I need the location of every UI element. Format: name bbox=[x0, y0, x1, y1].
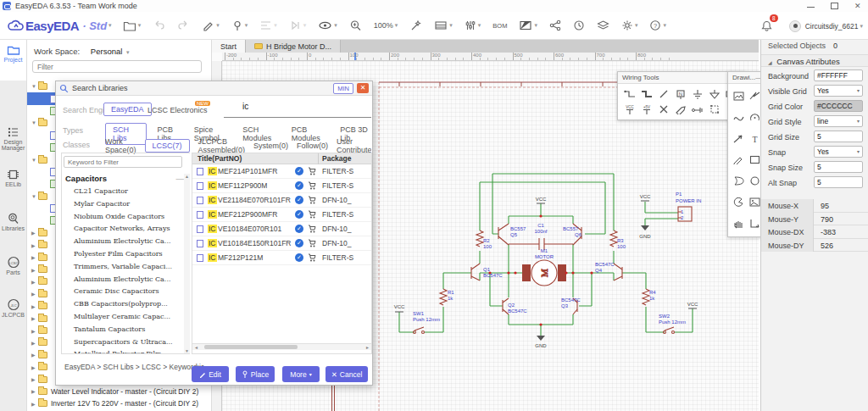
category-scrollbar[interactable]: ▲▼ bbox=[184, 174, 190, 353]
chevron-right-icon[interactable]: ▶ bbox=[31, 352, 38, 358]
arrow-tool-icon[interactable] bbox=[731, 128, 747, 149]
canvas-attributes-header[interactable]: ◢ Canvas Attributes bbox=[761, 54, 868, 67]
scroll-up-icon[interactable]: ▲ bbox=[185, 174, 189, 179]
bus-tool-icon[interactable] bbox=[638, 86, 655, 102]
chevron-right-icon[interactable]: ▶ bbox=[31, 230, 38, 236]
cart-icon[interactable] bbox=[308, 210, 316, 220]
help-button[interactable]: ?▾ bbox=[649, 19, 666, 31]
attr-select[interactable]: Yes bbox=[814, 85, 863, 97]
pin-tool-icon[interactable] bbox=[689, 102, 706, 117]
cart-icon[interactable] bbox=[308, 181, 316, 192]
cart-icon[interactable] bbox=[308, 239, 316, 249]
category-item[interactable]: CL21 Capacitor bbox=[62, 187, 187, 200]
result-row[interactable]: ICVE10184E070R101✓DFN-10_ bbox=[192, 222, 372, 236]
design-rule-wand-button[interactable] bbox=[409, 19, 422, 31]
no-connect-tool-icon[interactable] bbox=[655, 102, 672, 117]
chevron-right-icon[interactable]: ▶ bbox=[31, 242, 38, 248]
chevron-right-icon[interactable]: ▶ bbox=[31, 267, 38, 273]
attr-input[interactable]: 5 bbox=[814, 131, 863, 142]
category-item[interactable]: Metallized Polyester Film ... bbox=[62, 350, 187, 353]
zoom-in-button[interactable] bbox=[349, 19, 362, 31]
close-window-button[interactable]: ✕ bbox=[854, 3, 862, 9]
category-item[interactable]: Polyester Film Capacitors bbox=[62, 250, 187, 263]
filter-sliders-button[interactable]: ▾ bbox=[465, 19, 481, 31]
zoom-level[interactable]: 100%▾ bbox=[374, 21, 398, 30]
rail-item-eelib[interactable]: EELib bbox=[0, 169, 26, 187]
chevron-down-icon[interactable]: ▼ bbox=[31, 194, 38, 199]
category-group-header[interactable]: —Capacitors bbox=[65, 174, 184, 183]
user-menu-caret-icon[interactable]: ▾ bbox=[860, 23, 863, 30]
history-button[interactable] bbox=[573, 19, 585, 31]
category-item[interactable]: Niobium Oxide Capacitors bbox=[62, 213, 187, 225]
result-row[interactable]: ICMEF112P900M✓FILTER-S bbox=[192, 179, 372, 193]
collapse-dash-icon[interactable]: — bbox=[176, 174, 185, 183]
pencil-tool-icon[interactable] bbox=[731, 149, 747, 170]
attr-select[interactable]: line bbox=[814, 115, 863, 127]
search-query-input[interactable]: ic bbox=[224, 102, 371, 118]
category-item[interactable]: Trimmers, Variable Capaci... bbox=[62, 263, 187, 275]
filter-input[interactable] bbox=[32, 60, 202, 73]
chevron-down-icon[interactable]: ▼ bbox=[31, 120, 38, 125]
chevron-right-icon[interactable]: ▶ bbox=[31, 340, 38, 346]
settings-gear-button[interactable]: ▾ bbox=[621, 19, 638, 31]
result-row[interactable]: ICVE10184E150R101FR✓DFN-10_ bbox=[192, 236, 372, 251]
bezier-tool-icon[interactable] bbox=[731, 107, 747, 128]
engine-easyeda-chip[interactable]: EasyEDA bbox=[103, 103, 152, 116]
class-tab-jlcpcbassembled0[interactable]: JLCPCB Assembled(0) bbox=[198, 137, 246, 154]
pie-tool-icon[interactable] bbox=[731, 192, 747, 213]
place-button[interactable]: Place bbox=[236, 366, 275, 382]
cart-icon[interactable] bbox=[308, 225, 316, 235]
result-row[interactable]: ICMEF212P900MFR✓FILTER-S bbox=[192, 208, 372, 222]
place-pin-button[interactable]: ▾ bbox=[231, 19, 248, 31]
rail-item-parts[interactable]: LCSC Parts bbox=[0, 256, 26, 275]
scroll-right-icon[interactable]: ► bbox=[365, 345, 370, 350]
notifications-bell-icon[interactable]: 8 bbox=[760, 19, 773, 32]
category-item[interactable]: Mylar Capacitor bbox=[62, 200, 187, 213]
avatar[interactable] bbox=[789, 20, 801, 32]
result-row[interactable]: ICMF212P121M✓FILTER-S bbox=[192, 251, 372, 265]
chevron-right-icon[interactable]: ▶ bbox=[31, 315, 38, 321]
dialog-close-button[interactable]: ✕ bbox=[357, 83, 369, 93]
workspace-caret-icon[interactable]: ▾ bbox=[126, 49, 130, 55]
minimize-button[interactable] bbox=[807, 3, 815, 8]
power-5v-flag-tool-icon[interactable]: +5V bbox=[638, 102, 655, 117]
category-item[interactable]: CBB Capacitors(polyprop... bbox=[62, 300, 187, 313]
scroll-down-icon[interactable]: ▼ bbox=[185, 348, 189, 353]
hscroll-thumb[interactable] bbox=[204, 345, 298, 349]
view-eye-button[interactable]: ▾ bbox=[318, 19, 337, 31]
workspace-row[interactable]: Work Space: Personal ▾ bbox=[34, 47, 130, 56]
cart-icon[interactable] bbox=[308, 196, 316, 206]
easyeda-logo[interactable]: EasyEDA · Std ▾ bbox=[7, 19, 112, 33]
attr-input[interactable]: 5 bbox=[814, 161, 863, 173]
ground-alt-tool-icon[interactable] bbox=[706, 86, 723, 102]
chevron-down-icon[interactable]: ▼ bbox=[31, 84, 38, 89]
chevron-right-icon[interactable]: ▶ bbox=[31, 303, 38, 309]
tab-h-bridge-motor[interactable]: H Bridge Motor D... bbox=[246, 40, 341, 53]
chevron-right-icon[interactable]: ▶ bbox=[31, 254, 38, 260]
chevron-right-icon[interactable]: ▶ bbox=[31, 364, 38, 370]
chevron-right-icon[interactable]: ▶ bbox=[31, 328, 38, 334]
tree-folder-row[interactable]: ▶Water Level Indicator - master - (Circu… bbox=[27, 386, 212, 397]
attr-swatch[interactable]: #CCCCCC bbox=[814, 100, 863, 112]
group-tool-icon[interactable] bbox=[706, 102, 723, 117]
maximize-button[interactable] bbox=[831, 3, 838, 9]
bom-button[interactable]: BOM bbox=[492, 22, 507, 30]
rail-item-project[interactable]: Project bbox=[0, 45, 26, 63]
attr-input[interactable]: 5 bbox=[814, 176, 863, 188]
attr-input[interactable]: #FFFFFF bbox=[814, 69, 863, 81]
file-button[interactable]: ▾ bbox=[123, 19, 142, 32]
more-button[interactable]: More▾ bbox=[282, 366, 320, 382]
chevron-right-icon[interactable]: ▶ bbox=[31, 279, 38, 285]
polygon-tool-icon[interactable] bbox=[731, 170, 747, 192]
category-item[interactable]: Aluminium Electrolytic Ca... bbox=[62, 237, 187, 250]
wire-tool-icon[interactable] bbox=[621, 86, 638, 102]
dialog-min-button[interactable]: MIN bbox=[333, 83, 353, 94]
rail-item-libraries[interactable]: Libraries bbox=[0, 212, 26, 231]
chevron-right-icon[interactable]: ▶ bbox=[31, 388, 38, 394]
edit-button[interactable]: Edit bbox=[192, 366, 229, 382]
theme-button[interactable]: ▾ bbox=[519, 19, 537, 31]
rail-item-design-manager[interactable]: Design Manager bbox=[0, 126, 26, 151]
keyword-filter-input[interactable] bbox=[64, 156, 182, 168]
cancel-button[interactable]: ✕Cancel bbox=[326, 366, 368, 382]
class-tab-follow0[interactable]: Follow(0) bbox=[297, 142, 328, 150]
